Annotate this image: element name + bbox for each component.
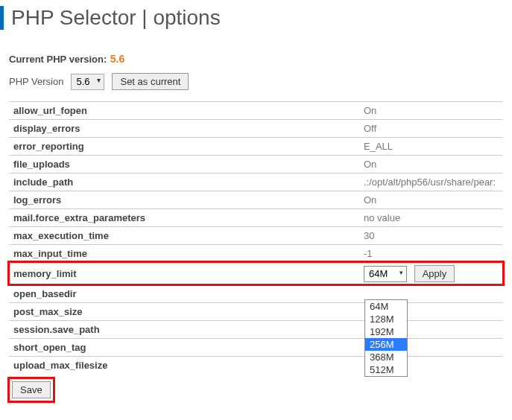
table-row: log_errors On [9, 191, 503, 209]
current-version-label: Current PHP version: [9, 54, 107, 65]
php-version-label: PHP Version [9, 76, 63, 87]
table-row: upload_max_filesize [9, 356, 503, 374]
option-key: display_errors [13, 123, 364, 134]
options-table: allow_url_fopen On display_errors Off er… [9, 101, 503, 374]
option-value[interactable]: .:/opt/alt/php56/usr/share/pear: [364, 176, 499, 188]
table-row: max_input_time -1 [9, 244, 503, 262]
table-row: mail.force_extra_parameters no value [9, 209, 503, 226]
table-row: error_reporting E_ALL [9, 137, 503, 155]
dropdown-item[interactable]: 512M [365, 363, 407, 376]
set-as-current-button[interactable]: Set as current [112, 73, 189, 90]
page-header: PHP Selector | options [0, 6, 512, 30]
dropdown-item[interactable]: 368M [365, 351, 407, 363]
option-value[interactable]: E_ALL [364, 141, 499, 152]
table-row: file_uploads On [9, 155, 503, 173]
table-row: open_basedir [9, 284, 503, 302]
table-row: short_open_tag [9, 338, 503, 356]
page-title: PHP Selector | options [11, 6, 512, 30]
save-button[interactable]: Save [12, 381, 51, 398]
option-key: max_input_time [13, 248, 364, 259]
table-row: display_errors Off [9, 119, 503, 137]
table-row: session.save_path [9, 320, 503, 338]
table-row: post_max_size [9, 302, 503, 320]
option-value[interactable]: 30 [364, 230, 499, 241]
php-version-select[interactable]: 5.6 [71, 74, 104, 90]
current-version-row: Current PHP version: 5.6 [9, 52, 503, 66]
option-key: log_errors [13, 194, 364, 206]
option-key: error_reporting [13, 141, 364, 152]
save-area: Save [9, 378, 54, 401]
option-key: mail.force_extra_parameters [13, 212, 364, 223]
option-key: open_basedir [13, 288, 364, 299]
dropdown-item[interactable]: 256M [365, 338, 407, 351]
dropdown-item[interactable]: 192M [365, 325, 407, 338]
table-row: include_path .:/opt/alt/php56/usr/share/… [9, 173, 503, 191]
option-key: upload_max_filesize [13, 360, 364, 371]
option-key: short_open_tag [13, 342, 364, 353]
option-key: max_execution_time [13, 230, 364, 241]
option-key: include_path [13, 176, 364, 188]
memory-limit-dropdown[interactable]: 64M 128M 192M 256M 368M 512M [364, 299, 408, 377]
option-value[interactable]: On [364, 159, 499, 170]
apply-button[interactable]: Apply [414, 265, 455, 282]
dropdown-item[interactable]: 64M [365, 300, 407, 313]
option-value[interactable]: On [364, 105, 499, 116]
option-key: session.save_path [13, 324, 364, 335]
memory-limit-row: memory_limit 64M Apply [9, 262, 503, 284]
option-key: file_uploads [13, 159, 364, 170]
option-value[interactable]: -1 [364, 248, 499, 259]
option-value[interactable]: no value [364, 212, 499, 223]
option-key: memory_limit [13, 268, 364, 279]
option-value[interactable]: On [364, 194, 499, 206]
table-row: max_execution_time 30 [9, 226, 503, 244]
memory-limit-select[interactable]: 64M [364, 266, 407, 282]
dropdown-item[interactable]: 128M [365, 313, 407, 325]
table-row: allow_url_fopen On [9, 101, 503, 119]
option-key: allow_url_fopen [13, 105, 364, 116]
current-version-value: 5.6 [110, 53, 124, 65]
option-key: post_max_size [13, 306, 364, 317]
option-value[interactable]: Off [364, 123, 499, 134]
